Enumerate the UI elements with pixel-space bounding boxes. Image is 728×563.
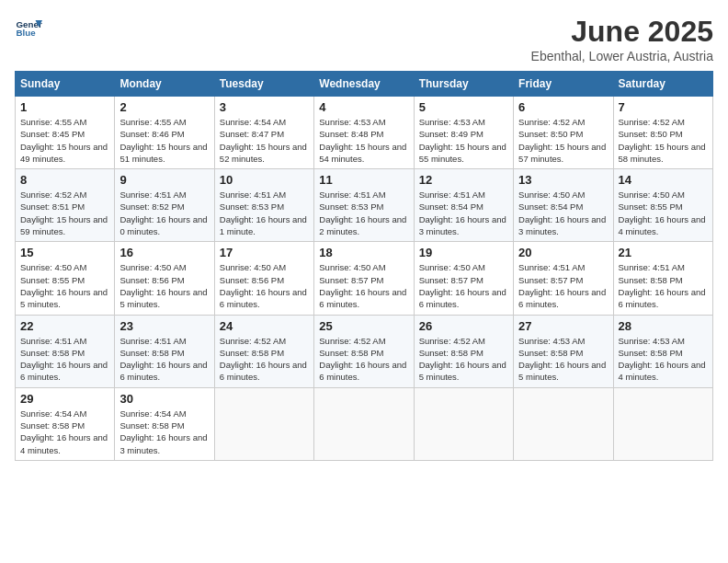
- calendar-cell: [514, 387, 613, 460]
- day-info: Sunrise: 4:50 AMSunset: 8:55 PMDaylight:…: [20, 261, 109, 310]
- day-info: Sunrise: 4:52 AMSunset: 8:50 PMDaylight:…: [518, 116, 608, 165]
- day-number: 5: [419, 100, 508, 114]
- calendar-cell: 7Sunrise: 4:52 AMSunset: 8:50 PMDaylight…: [613, 97, 712, 169]
- day-number: 15: [20, 246, 109, 259]
- title-area: June 2025 Ebenthal, Lower Austria, Austr…: [531, 15, 713, 63]
- day-info: Sunrise: 4:50 AMSunset: 8:56 PMDaylight:…: [119, 261, 209, 310]
- calendar-cell: 1Sunrise: 4:55 AMSunset: 8:45 PMDaylight…: [16, 97, 115, 169]
- day-number: 23: [119, 319, 209, 333]
- day-number: 22: [20, 319, 109, 333]
- day-number: 14: [619, 173, 708, 187]
- calendar-cell: [214, 387, 313, 460]
- day-info: Sunrise: 4:50 AMSunset: 8:57 PMDaylight:…: [419, 261, 508, 310]
- calendar-week-row: 22Sunrise: 4:51 AMSunset: 8:58 PMDayligh…: [16, 315, 713, 387]
- calendar-cell: 15Sunrise: 4:50 AMSunset: 8:55 PMDayligh…: [16, 242, 115, 315]
- day-number: 21: [619, 246, 708, 259]
- day-info: Sunrise: 4:51 AMSunset: 8:52 PMDaylight:…: [119, 189, 209, 237]
- calendar-cell: 24Sunrise: 4:52 AMSunset: 8:58 PMDayligh…: [214, 315, 313, 387]
- calendar-header-row: SundayMondayTuesdayWednesdayThursdayFrid…: [16, 72, 713, 97]
- weekday-header: Tuesday: [214, 72, 313, 97]
- calendar-cell: 2Sunrise: 4:55 AMSunset: 8:46 PMDaylight…: [115, 97, 214, 169]
- calendar-cell: 30Sunrise: 4:54 AMSunset: 8:58 PMDayligh…: [115, 387, 214, 460]
- calendar-cell: 13Sunrise: 4:50 AMSunset: 8:54 PMDayligh…: [514, 169, 613, 242]
- day-info: Sunrise: 4:50 AMSunset: 8:55 PMDaylight:…: [619, 189, 708, 237]
- weekday-header: Thursday: [414, 72, 513, 97]
- day-number: 29: [20, 392, 109, 406]
- calendar-cell: 9Sunrise: 4:51 AMSunset: 8:52 PMDaylight…: [115, 169, 214, 242]
- calendar-week-row: 15Sunrise: 4:50 AMSunset: 8:55 PMDayligh…: [16, 242, 713, 315]
- day-info: Sunrise: 4:53 AMSunset: 8:58 PMDaylight:…: [518, 335, 608, 384]
- day-info: Sunrise: 4:53 AMSunset: 8:48 PMDaylight:…: [319, 116, 408, 165]
- calendar-cell: 28Sunrise: 4:53 AMSunset: 8:58 PMDayligh…: [613, 315, 712, 387]
- day-info: Sunrise: 4:54 AMSunset: 8:47 PMDaylight:…: [220, 116, 309, 165]
- day-number: 8: [20, 173, 109, 187]
- day-number: 16: [119, 246, 209, 259]
- day-number: 4: [319, 100, 408, 114]
- calendar-cell: 17Sunrise: 4:50 AMSunset: 8:56 PMDayligh…: [214, 242, 313, 315]
- day-number: 30: [119, 392, 209, 406]
- calendar-cell: 23Sunrise: 4:51 AMSunset: 8:58 PMDayligh…: [115, 315, 214, 387]
- day-number: 17: [220, 246, 309, 259]
- day-number: 26: [419, 319, 508, 333]
- calendar-cell: 14Sunrise: 4:50 AMSunset: 8:55 PMDayligh…: [613, 169, 712, 242]
- calendar-cell: 12Sunrise: 4:51 AMSunset: 8:54 PMDayligh…: [414, 169, 513, 242]
- day-info: Sunrise: 4:55 AMSunset: 8:46 PMDaylight:…: [119, 116, 209, 165]
- calendar-cell: 6Sunrise: 4:52 AMSunset: 8:50 PMDaylight…: [514, 97, 613, 169]
- svg-text:Blue: Blue: [17, 28, 37, 38]
- day-number: 6: [518, 100, 608, 114]
- day-info: Sunrise: 4:52 AMSunset: 8:50 PMDaylight:…: [619, 116, 708, 165]
- calendar-cell: 27Sunrise: 4:53 AMSunset: 8:58 PMDayligh…: [514, 315, 613, 387]
- weekday-header: Friday: [514, 72, 613, 97]
- calendar-week-row: 1Sunrise: 4:55 AMSunset: 8:45 PMDaylight…: [16, 97, 713, 169]
- day-info: Sunrise: 4:52 AMSunset: 8:51 PMDaylight:…: [20, 189, 109, 237]
- day-number: 27: [518, 319, 608, 333]
- day-number: 24: [220, 319, 309, 333]
- day-number: 19: [419, 246, 508, 259]
- calendar-cell: 5Sunrise: 4:53 AMSunset: 8:49 PMDaylight…: [414, 97, 513, 169]
- calendar-cell: 22Sunrise: 4:51 AMSunset: 8:58 PMDayligh…: [16, 315, 115, 387]
- calendar-cell: 20Sunrise: 4:51 AMSunset: 8:57 PMDayligh…: [514, 242, 613, 315]
- day-info: Sunrise: 4:54 AMSunset: 8:58 PMDaylight:…: [20, 408, 109, 456]
- day-number: 28: [619, 319, 708, 333]
- day-info: Sunrise: 4:51 AMSunset: 8:58 PMDaylight:…: [20, 335, 109, 384]
- calendar-cell: 16Sunrise: 4:50 AMSunset: 8:56 PMDayligh…: [115, 242, 214, 315]
- day-info: Sunrise: 4:51 AMSunset: 8:53 PMDaylight:…: [220, 189, 309, 237]
- day-number: 7: [619, 100, 708, 114]
- calendar-cell: 19Sunrise: 4:50 AMSunset: 8:57 PMDayligh…: [414, 242, 513, 315]
- day-info: Sunrise: 4:54 AMSunset: 8:58 PMDaylight:…: [119, 408, 209, 456]
- calendar-cell: 21Sunrise: 4:51 AMSunset: 8:58 PMDayligh…: [613, 242, 712, 315]
- day-info: Sunrise: 4:50 AMSunset: 8:54 PMDaylight:…: [518, 189, 608, 237]
- day-info: Sunrise: 4:51 AMSunset: 8:57 PMDaylight:…: [518, 261, 608, 310]
- day-number: 18: [319, 246, 408, 259]
- page-header: General Blue June 2025 Ebenthal, Lower A…: [15, 15, 713, 63]
- day-number: 1: [20, 100, 109, 114]
- calendar-week-row: 8Sunrise: 4:52 AMSunset: 8:51 PMDaylight…: [16, 169, 713, 242]
- logo: General Blue: [15, 15, 42, 42]
- day-number: 3: [220, 100, 309, 114]
- location-title: Ebenthal, Lower Austria, Austria: [531, 49, 713, 63]
- day-info: Sunrise: 4:51 AMSunset: 8:53 PMDaylight:…: [319, 189, 408, 237]
- day-info: Sunrise: 4:51 AMSunset: 8:54 PMDaylight:…: [419, 189, 508, 237]
- day-info: Sunrise: 4:52 AMSunset: 8:58 PMDaylight:…: [319, 335, 408, 384]
- calendar-cell: [414, 387, 513, 460]
- calendar-table: SundayMondayTuesdayWednesdayThursdayFrid…: [15, 71, 713, 461]
- day-number: 9: [119, 173, 209, 187]
- day-info: Sunrise: 4:51 AMSunset: 8:58 PMDaylight:…: [119, 335, 209, 384]
- calendar-cell: [314, 387, 414, 460]
- day-number: 12: [419, 173, 508, 187]
- calendar-cell: 4Sunrise: 4:53 AMSunset: 8:48 PMDaylight…: [314, 97, 414, 169]
- day-info: Sunrise: 4:55 AMSunset: 8:45 PMDaylight:…: [20, 116, 109, 165]
- calendar-week-row: 29Sunrise: 4:54 AMSunset: 8:58 PMDayligh…: [16, 387, 713, 460]
- calendar-cell: 25Sunrise: 4:52 AMSunset: 8:58 PMDayligh…: [314, 315, 414, 387]
- day-number: 13: [518, 173, 608, 187]
- weekday-header: Monday: [115, 72, 214, 97]
- calendar-cell: 8Sunrise: 4:52 AMSunset: 8:51 PMDaylight…: [16, 169, 115, 242]
- day-info: Sunrise: 4:50 AMSunset: 8:56 PMDaylight:…: [220, 261, 309, 310]
- day-info: Sunrise: 4:53 AMSunset: 8:49 PMDaylight:…: [419, 116, 508, 165]
- calendar-cell: [613, 387, 712, 460]
- weekday-header: Wednesday: [314, 72, 414, 97]
- month-title: June 2025: [531, 15, 713, 49]
- calendar-cell: 18Sunrise: 4:50 AMSunset: 8:57 PMDayligh…: [314, 242, 414, 315]
- calendar-cell: 26Sunrise: 4:52 AMSunset: 8:58 PMDayligh…: [414, 315, 513, 387]
- day-info: Sunrise: 4:51 AMSunset: 8:58 PMDaylight:…: [619, 261, 708, 310]
